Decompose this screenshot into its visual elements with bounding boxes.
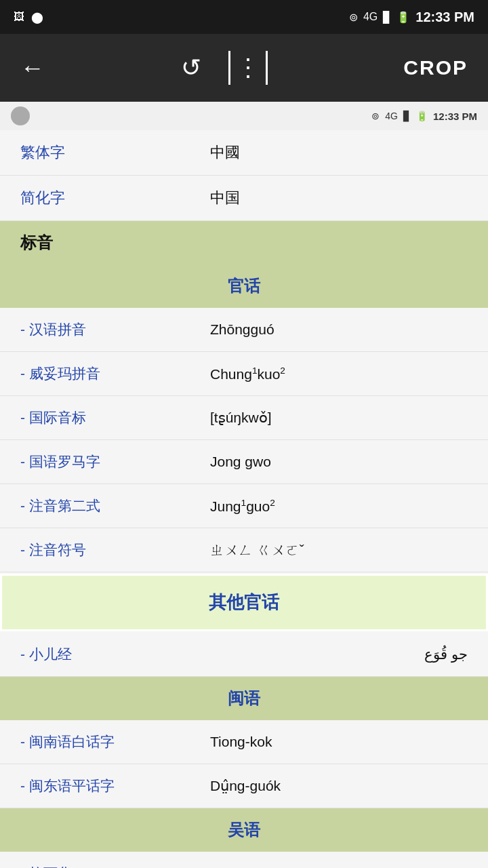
toolbar: ← ↺ ⋮ CROP [0,34,488,102]
network-icon: 4G [363,11,378,23]
minnan-value: Tiong-kok [210,734,468,750]
circle-icon: ⬤ [31,11,43,24]
zhuyin2-label: - 注音第二式 [20,496,210,515]
pinyin-value: Zhōngguó [210,321,468,338]
mindong-label: - 闽东语平话字 [20,776,210,795]
wade-row: - 威妥玛拼音 Chung1kuo2 [0,352,488,396]
xiaoerjing-row: - 小儿经 جو قُوَع [0,633,488,677]
mandarin-section-text: 官话 [228,277,260,295]
latin-label: - 拉丁化 [20,864,210,868]
ipa-label: - 国际音标 [20,408,210,427]
battery-icon: 🔋 [396,11,410,24]
phonetic-header: 标音 [0,221,488,264]
zhuyin2-value: Jung1guo2 [210,498,468,515]
guoyin-value: Jong gwo [210,454,468,470]
mindong-row: - 闽东语平话字 Dṳ̂ng-guók [0,764,488,808]
min-section-header: 闽语 [0,677,488,720]
simplified-row: 简化字 中国 [0,176,488,221]
guoyin-row: - 国语罗马字 Jong gwo [0,440,488,484]
back-button[interactable]: ← [20,54,45,82]
minnan-row: - 闽南语白话字 Tiong-kok [0,720,488,764]
cast-icon: ⊚ [349,11,358,24]
status-bar: 🖼 ⬤ ⊚ 4G ▊ 🔋 12:33 PM [0,0,488,34]
refresh-icon[interactable]: ↺ [181,54,201,82]
zhuyin2-row: - 注音第二式 Jung1guo2 [0,484,488,528]
wade-value: Chung1kuo2 [210,366,468,382]
phonetic-header-text: 标音 [20,233,53,252]
inner-status-time: 12:33 PM [433,111,477,122]
wu-section-text: 吴语 [228,821,260,839]
traditional-row: 繁体字 中國 [0,130,488,176]
inner-signal-icon: ▊ [403,111,411,121]
content-area: ⊚ 4G ▊ 🔋 12:33 PM 繁体字 中國 简化字 中国 标音 官话 - … [0,102,488,868]
mindong-value: Dṳ̂ng-guók [210,778,468,794]
compare-icon[interactable]: ⋮ [228,51,268,85]
status-time: 12:33 PM [415,9,474,25]
inner-battery-icon: 🔋 [416,111,428,121]
wade-label: - 威妥玛拼音 [20,364,210,383]
other-mandarin-text: 其他官话 [209,592,279,612]
signal-icon: ▊ [383,11,391,24]
zhuyin-label: - 注音符号 [20,540,210,559]
traditional-label: 繁体字 [20,142,210,163]
guoyin-label: - 国语罗马字 [20,452,210,471]
inner-network-icon: 4G [385,111,398,121]
xiaoerjing-label: - 小儿经 [20,645,210,664]
dictionary-content: 繁体字 中國 简化字 中国 标音 官话 - 汉语拼音 Zhōngguó - 威妥… [0,130,488,868]
xiaoerjing-value: جو قُوَع [210,646,468,663]
simplified-value: 中国 [210,188,468,208]
zhuyin-value: ㄓㄨㄥ ㄍㄨㄛˇ [210,540,468,559]
latin-row: - 拉丁化 Tson平kueh入 [0,852,488,868]
ipa-row: - 国际音标 [tʂúŋkwǒ] [0,396,488,440]
pinyin-label: - 汉语拼音 [20,320,210,339]
crop-button[interactable]: CROP [403,56,468,79]
inner-status-bar: ⊚ 4G ▊ 🔋 12:33 PM [0,102,488,130]
mandarin-section-header: 官话 [0,264,488,308]
pinyin-row: - 汉语拼音 Zhōngguó [0,308,488,352]
zhuyin-row: - 注音符号 ㄓㄨㄥ ㄍㄨㄛˇ [0,528,488,572]
photo-icon: 🖼 [14,11,24,23]
latin-value: Tson平kueh入 [210,865,468,868]
min-section-text: 闽语 [228,689,260,707]
minnan-label: - 闽南语白话字 [20,732,210,751]
simplified-label: 简化字 [20,188,210,208]
ipa-value: [tʂúŋkwǒ] [210,410,468,426]
traditional-value: 中國 [210,142,468,163]
inner-cast-icon: ⊚ [371,111,380,121]
other-mandarin-section: 其他官话 [0,574,488,631]
wu-section-header: 吴语 [0,808,488,852]
